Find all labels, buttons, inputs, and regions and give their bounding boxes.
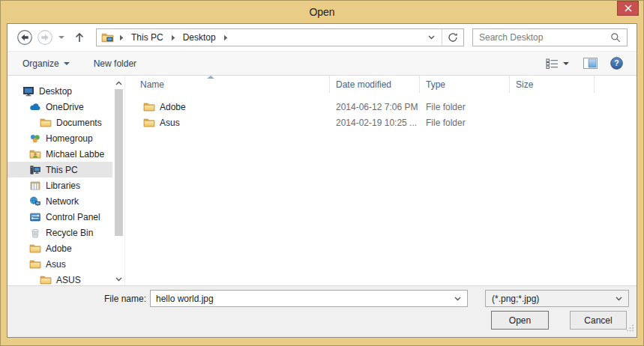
file-row-adobe[interactable]: Adobe 2014-06-12 7:06 PM File folder (125, 99, 637, 115)
cancel-button-label: Cancel (584, 315, 612, 326)
resize-grip[interactable] (626, 324, 634, 335)
sidebar-item-libraries[interactable]: Libraries (7, 177, 112, 193)
sidebar-item-label: ASUS (56, 275, 81, 285)
sidebar-item-recycle-bin[interactable]: Recycle Bin (7, 225, 112, 240)
breadcrumb-separator[interactable] (221, 29, 230, 46)
file-name-combobox[interactable] (150, 290, 468, 307)
sidebar-item-control-panel[interactable]: Control Panel (7, 209, 112, 225)
back-button[interactable] (16, 29, 33, 46)
file-type: File folder (420, 102, 510, 112)
help-icon: ? (610, 57, 623, 70)
file-name-label: File name: (7, 294, 146, 304)
column-header-date-modified[interactable]: Date modified (330, 76, 420, 93)
cancel-button[interactable]: Cancel (570, 311, 627, 330)
up-button[interactable] (73, 31, 86, 44)
folder-icon (29, 243, 41, 255)
sidebar-item-onedrive[interactable]: OneDrive (7, 99, 112, 115)
chevron-down-icon (616, 297, 622, 301)
user-folder-icon (29, 148, 41, 160)
forward-arrow-icon (37, 29, 53, 46)
organize-button[interactable]: Organize (22, 58, 70, 69)
sidebar-item-label: Libraries (46, 180, 80, 191)
breadcrumb-this-pc[interactable]: This PC (126, 29, 169, 46)
scroll-down-button[interactable] (115, 275, 122, 283)
file-type-combobox[interactable]: (*.png;*.jpg) (485, 290, 629, 307)
chevron-up-icon (115, 81, 122, 85)
open-dialog-window: Open (0, 0, 644, 346)
command-toolbar: Organize New folder (7, 51, 637, 76)
sidebar-item-adobe[interactable]: Adobe (7, 240, 112, 256)
sidebar-item-documents[interactable]: Documents (7, 115, 112, 130)
new-folder-button[interactable]: New folder (94, 58, 136, 69)
libraries-icon (29, 180, 41, 192)
breadcrumb-separator[interactable] (169, 29, 178, 46)
change-view-button[interactable] (546, 58, 569, 69)
address-bar[interactable]: This PC Desktop (96, 28, 464, 46)
sidebar-item-label: Asus (46, 259, 66, 270)
scroll-up-button[interactable] (115, 79, 122, 87)
open-button-label: Open (509, 315, 531, 326)
scrollbar-thumb[interactable] (115, 89, 123, 236)
column-label: Name (140, 79, 164, 90)
column-header-size[interactable]: Size (510, 76, 595, 93)
toolbar-right-group: ? (546, 57, 623, 70)
column-header-type[interactable]: Type (420, 76, 510, 93)
chevron-right-icon (223, 34, 228, 41)
column-header-name[interactable]: Name (125, 76, 330, 93)
sidebar-item-label: Desktop (39, 86, 72, 97)
sidebar-item-label: Documents (56, 118, 102, 128)
sidebar-item-label: Recycle Bin (46, 228, 93, 238)
address-dropdown-button[interactable] (421, 35, 442, 40)
sidebar-scrollbar[interactable] (112, 76, 124, 285)
chevron-down-icon (64, 62, 70, 65)
sidebar-item-michael-labbe[interactable]: Michael Labbe (7, 146, 112, 162)
folder-icon (143, 117, 155, 129)
main-area: Desktop OneDrive Documents Homegroup Mic… (7, 76, 637, 285)
breadcrumb-separator[interactable] (117, 29, 126, 46)
folder-icon (143, 101, 155, 113)
sidebar-item-label: Homegroup (46, 133, 93, 144)
column-header-spacer (595, 76, 637, 93)
file-type-value: (*.png;*.jpg) (486, 294, 610, 304)
close-icon (625, 4, 632, 12)
sidebar-item-label: Michael Labbe (46, 149, 104, 160)
chevron-right-icon (119, 34, 124, 41)
file-type: File folder (420, 118, 510, 128)
sidebar-item-asus-sub[interactable]: ASUS (7, 272, 112, 285)
sidebar-item-label: Control Panel (46, 212, 100, 222)
onedrive-cloud-icon (29, 101, 41, 113)
file-name-input[interactable] (151, 294, 448, 304)
folder-icon (40, 117, 52, 129)
sidebar-item-asus[interactable]: Asus (7, 256, 112, 272)
scrollbar-track[interactable] (115, 89, 123, 273)
chevron-down-icon (115, 277, 122, 282)
sidebar-item-label: OneDrive (46, 102, 84, 112)
network-icon (29, 195, 41, 207)
preview-pane-button[interactable] (583, 58, 598, 69)
breadcrumb-desktop[interactable]: Desktop (178, 29, 221, 46)
file-name-dropdown-button[interactable] (448, 297, 467, 301)
chevron-down-icon (428, 35, 435, 40)
svg-text:?: ? (614, 58, 619, 67)
file-type-dropdown-button[interactable] (610, 297, 628, 301)
open-button[interactable]: Open (491, 311, 549, 330)
sidebar-item-this-pc[interactable]: This PC (7, 162, 112, 177)
recent-locations-button[interactable] (58, 36, 64, 39)
help-button[interactable]: ? (610, 57, 623, 70)
sidebar-item-desktop[interactable]: Desktop (7, 83, 112, 99)
refresh-button[interactable] (442, 32, 463, 43)
file-row-asus[interactable]: Asus 2014-02-19 10:25 ... File folder (125, 115, 637, 130)
computer-icon (29, 164, 41, 176)
forward-button[interactable] (37, 29, 53, 46)
column-label: Size (516, 79, 533, 90)
close-button[interactable] (617, 1, 639, 16)
sidebar-item-homegroup[interactable]: Homegroup (7, 130, 112, 146)
chevron-down-icon (58, 36, 64, 39)
search-input[interactable] (473, 32, 604, 43)
title-bar[interactable]: Open (1, 1, 643, 23)
desktop-icon (22, 85, 34, 97)
sidebar-item-network[interactable]: Network (7, 193, 112, 209)
search-box[interactable] (472, 28, 628, 46)
column-label: Type (426, 79, 445, 90)
up-arrow-icon (73, 31, 86, 44)
